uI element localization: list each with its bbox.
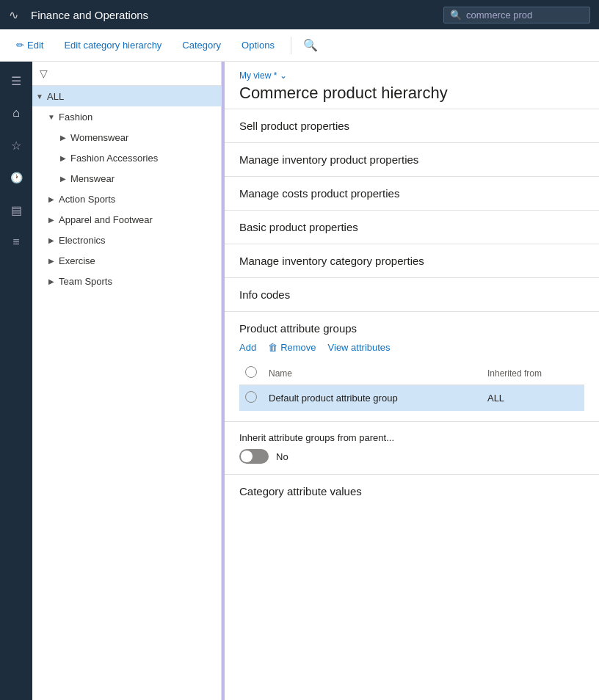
expand-action-sports-icon[interactable]: ▶	[44, 192, 59, 206]
tree-node-womenswear[interactable]: ▶ Womenswear	[56, 127, 221, 147]
header-radio	[245, 366, 257, 378]
attr-table: Name Inherited from Default product attr…	[239, 362, 584, 411]
tree-node-menswear[interactable]: ▶ Menswear	[56, 168, 221, 189]
section-manage-inv-cat[interactable]: Manage inventory category properties	[225, 244, 599, 277]
tree-node-apparel-footwear[interactable]: ▶ Apparel and Footwear	[44, 209, 221, 230]
page-title: Commerce product hierarchy	[239, 84, 584, 103]
toggle-knob	[241, 451, 253, 462]
inherit-label: Inherit attribute groups from parent...	[239, 432, 584, 443]
tree-node-team-sports[interactable]: ▶ Team Sports	[44, 271, 221, 291]
tree-node-action-sports[interactable]: ▶ Action Sports	[44, 189, 221, 209]
attr-groups-section: Product attribute groups Add 🗑 Remove Vi…	[225, 311, 599, 421]
view-attributes-button[interactable]: View attributes	[328, 342, 391, 353]
tree-node-exercise[interactable]: ▶ Exercise	[44, 250, 221, 271]
app-title: Finance and Operations	[31, 9, 443, 21]
main-layout: ☰ ⌂ ☆ 🕐 ▤ ≡ ▽ ▼ ALL ▼ Fashion ▶ Womenswe…	[0, 62, 599, 700]
col-select	[239, 362, 263, 385]
expand-womenswear-icon[interactable]: ▶	[56, 130, 70, 145]
tree-node-fashion-accessories[interactable]: ▶ Fashion Accessories	[56, 147, 221, 168]
inherit-section: Inherit attribute groups from parent... …	[225, 421, 599, 474]
expand-all-icon[interactable]: ▼	[32, 89, 47, 103]
my-view[interactable]: My view * ⌄	[239, 70, 584, 81]
col-inherited: Inherited from	[482, 362, 584, 385]
cat-attr-title: Category attribute values	[239, 485, 584, 497]
search-icon: 🔍	[450, 10, 462, 21]
category-button[interactable]: Category	[175, 35, 228, 55]
global-search[interactable]: 🔍 commerce prod	[443, 7, 590, 23]
edit-button[interactable]: ✏ Edit	[9, 35, 51, 55]
chevron-down-icon: ⌄	[280, 70, 287, 81]
options-button[interactable]: Options	[234, 35, 282, 55]
content-header: My view * ⌄ Commerce product hierarchy	[225, 62, 599, 109]
sidebar-table-icon[interactable]: ▤	[3, 197, 29, 223]
topbar: ∿ Finance and Operations 🔍 commerce prod	[0, 0, 599, 29]
grid-icon[interactable]: ∿	[9, 8, 22, 21]
toolbar: ✏ Edit Edit category hierarchy Category …	[0, 29, 599, 62]
section-manage-costs[interactable]: Manage costs product properties	[225, 176, 599, 210]
row-select-cell[interactable]	[239, 385, 263, 412]
inherit-toggle[interactable]	[239, 449, 269, 464]
sidebar-list-icon[interactable]: ≡	[3, 229, 29, 255]
resize-handle[interactable]	[222, 62, 225, 700]
tree-node-fashion[interactable]: ▼ Fashion	[44, 106, 221, 127]
row-name-cell: Default product attribute group	[263, 385, 482, 412]
icon-sidebar: ☰ ⌂ ☆ 🕐 ▤ ≡	[0, 62, 32, 700]
tree-panel: ▽ ▼ ALL ▼ Fashion ▶ Womenswear ▶ Fashion…	[32, 62, 222, 700]
expand-team-sports-icon[interactable]: ▶	[44, 274, 59, 288]
toolbar-divider	[291, 37, 291, 54]
attr-groups-title: Product attribute groups	[239, 322, 584, 335]
section-basic[interactable]: Basic product properties	[225, 210, 599, 244]
expand-menswear-icon[interactable]: ▶	[56, 171, 70, 186]
row-radio	[245, 391, 257, 403]
table-row[interactable]: Default product attribute group ALL	[239, 385, 584, 412]
cat-attr-section[interactable]: Category attribute values	[225, 474, 599, 508]
toolbar-search-icon[interactable]: 🔍	[303, 38, 318, 52]
trash-icon: 🗑	[268, 342, 277, 353]
add-button[interactable]: Add	[239, 342, 256, 353]
sidebar-home-icon[interactable]: ⌂	[3, 100, 29, 126]
tree-node-all[interactable]: ▼ ALL	[32, 86, 221, 106]
expand-fashion-acc-icon[interactable]: ▶	[56, 150, 70, 165]
filter-icon: ▽	[40, 68, 48, 79]
section-sell[interactable]: Sell product properties	[225, 109, 599, 142]
expand-apparel-icon[interactable]: ▶	[44, 212, 59, 227]
tree-node-electronics[interactable]: ▶ Electronics	[44, 230, 221, 250]
remove-button[interactable]: 🗑 Remove	[268, 342, 316, 353]
edit-hierarchy-button[interactable]: Edit category hierarchy	[57, 35, 169, 55]
edit-icon: ✏	[16, 40, 24, 51]
sidebar-menu-icon[interactable]: ☰	[3, 68, 29, 94]
expand-exercise-icon[interactable]: ▶	[44, 253, 59, 268]
toggle-label: No	[276, 451, 288, 462]
col-name: Name	[263, 362, 482, 385]
attr-actions: Add 🗑 Remove View attributes	[239, 342, 584, 353]
toggle-row: No	[239, 449, 584, 464]
expand-fashion-icon[interactable]: ▼	[44, 109, 59, 124]
content-panel: My view * ⌄ Commerce product hierarchy S…	[225, 62, 599, 700]
sidebar-recent-icon[interactable]: 🕐	[3, 164, 29, 191]
section-manage-inv-prod[interactable]: Manage inventory product properties	[225, 142, 599, 176]
sidebar-star-icon[interactable]: ☆	[3, 132, 29, 158]
expand-electronics-icon[interactable]: ▶	[44, 233, 59, 247]
row-inherited-cell: ALL	[482, 385, 584, 412]
tree-filter-bar: ▽	[32, 62, 221, 86]
section-info-codes[interactable]: Info codes	[225, 277, 599, 311]
